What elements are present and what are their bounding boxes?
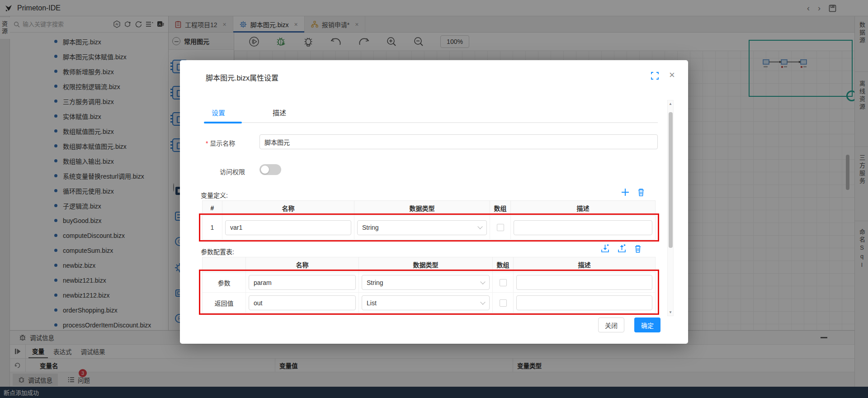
property-settings-dialog: 脚本图元.bizx属性设置 × 设置 描述 * 显示名称 访问权限 变量定义: … [180,60,688,344]
params-row-input: 参数 String [203,272,655,293]
params-col-desc: 描述 [514,257,655,272]
param-row-label: 参数 [203,272,246,293]
export-params-icon[interactable] [617,244,627,253]
required-mark: * [206,140,208,147]
dialog-tab-settings[interactable]: 设置 [212,108,225,117]
variables-col-desc: 描述 [511,201,655,215]
variables-col-name: 名称 [222,201,354,215]
dialog-title: 脚本图元.bizx属性设置 [206,72,278,83]
params-row-return: 返回值 List [203,293,655,313]
access-permission-toggle[interactable] [259,164,281,175]
chevron-down-icon [480,279,485,284]
params-section-label: 参数配置表: [201,247,234,256]
active-tab-indicator [204,122,242,123]
tab-divider-line [204,122,658,123]
dialog-scrollbar[interactable]: ▲ ▼ [667,100,674,316]
variables-col-type: 数据类型 [354,201,490,215]
ide-window: Primeton-IDE ‹ › 资源 AI A [0,0,868,398]
param-name-input[interactable] [249,275,356,290]
chevron-down-icon [480,299,485,304]
row-index: 1 [203,216,222,239]
params-col-blank [203,257,246,272]
params-col-type: 数据类型 [359,257,493,272]
access-permission-label: 访问权限 [220,167,245,176]
scroll-down-icon[interactable]: ▼ [668,310,673,314]
close-button[interactable]: 关闭 [598,317,624,332]
close-icon[interactable]: × [669,70,675,80]
variables-table: # 名称 数据类型 数组 描述 1 String [202,200,656,240]
import-params-icon[interactable] [600,244,610,253]
variables-section-label: 变量定义: [201,190,228,199]
scrollbar-thumb[interactable] [669,112,673,248]
scroll-up-icon[interactable]: ▲ [668,102,673,106]
params-col-array: 数组 [493,257,514,272]
add-row-icon[interactable] [621,188,630,197]
return-array-checkbox[interactable] [500,299,507,307]
return-desc-input[interactable] [516,295,652,310]
fullscreen-icon[interactable] [651,72,659,80]
param-desc-input[interactable] [516,275,652,290]
param-type-select[interactable]: String [362,275,490,290]
return-type-select[interactable]: List [362,295,490,310]
variable-type-select[interactable]: String [357,220,487,235]
return-name-input[interactable] [249,295,356,310]
params-col-name: 名称 [246,257,359,272]
variable-name-input[interactable] [225,220,351,235]
chevron-down-icon [477,224,482,229]
return-row-label: 返回值 [203,293,246,313]
param-array-checkbox[interactable] [500,279,507,286]
delete-params-icon[interactable] [634,244,642,253]
variable-array-checkbox[interactable] [497,224,504,231]
display-name-label: * 显示名称 [206,138,235,147]
ok-button[interactable]: 确定 [634,317,660,332]
variables-col-index: # [203,201,222,215]
display-name-input[interactable] [259,134,658,149]
variables-row: 1 String [203,216,655,239]
variable-desc-input[interactable] [514,220,652,235]
params-table: 名称 数据类型 数组 描述 参数 String 返回值 List [202,257,656,313]
dialog-tab-description[interactable]: 描述 [273,108,286,117]
delete-row-icon[interactable] [637,188,645,197]
variables-col-array: 数组 [490,201,511,215]
